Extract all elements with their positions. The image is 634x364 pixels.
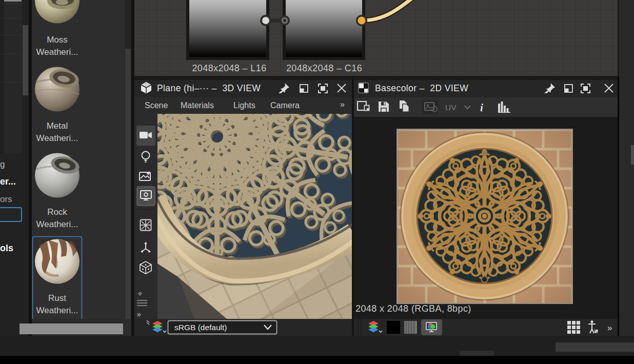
svg-text:»: » (607, 323, 612, 333)
svg-text:»: » (137, 310, 141, 318)
svg-text:UV: UV (445, 103, 457, 112)
svg-text:Basecolor – 2D VIEW: Basecolor – 2D VIEW (375, 83, 468, 93)
svg-text:i: i (480, 102, 483, 114)
svg-text:sRGB (default): sRGB (default) (174, 323, 227, 332)
svg-text:2048x2048 – L16: 2048x2048 – L16 (192, 63, 266, 73)
svg-text:Plane (hi–··· – 3D VIEW: Plane (hi–··· – 3D VIEW (157, 83, 261, 93)
svg-text:»: » (135, 289, 144, 298)
svg-text:2048x2048 – C16: 2048x2048 – C16 (286, 63, 362, 73)
